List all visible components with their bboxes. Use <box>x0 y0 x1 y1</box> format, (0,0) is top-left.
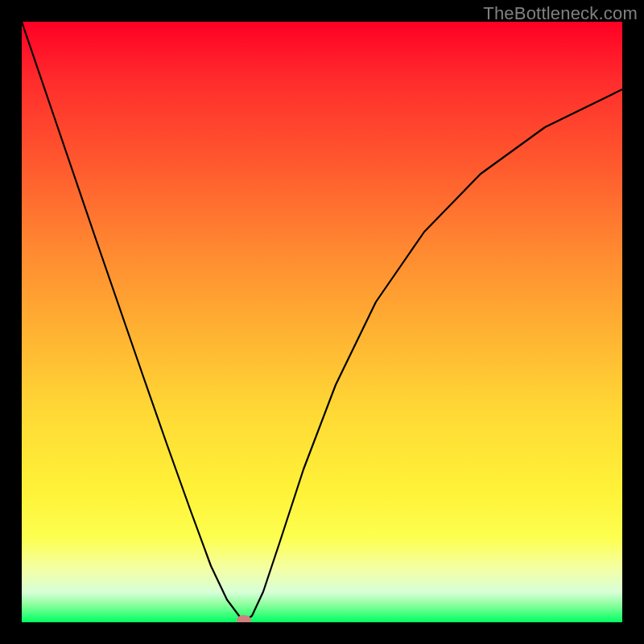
curve-svg <box>22 22 622 622</box>
min-point-marker <box>237 615 251 622</box>
plot-area <box>22 22 622 622</box>
watermark-text: TheBottleneck.com <box>483 3 638 24</box>
bottleneck-curve <box>22 22 622 621</box>
